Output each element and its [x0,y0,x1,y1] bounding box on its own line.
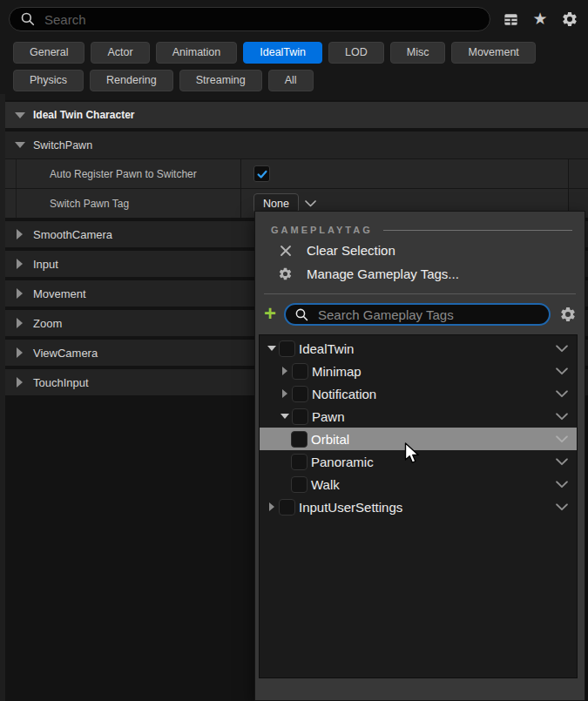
tag-search-input[interactable] [316,307,540,323]
chevron-down-icon[interactable] [556,413,568,421]
collapse-arrow-icon[interactable] [265,346,279,351]
tree-row-notification[interactable]: Notification [260,382,577,405]
tag-label: Panoramic [311,455,556,469]
section-label: Movement [33,287,86,300]
filter-misc[interactable]: Misc [390,42,446,64]
tree-row-inputusersettings[interactable]: InputUserSettings [260,495,577,518]
tag-label: InputUserSettings [299,500,556,515]
details-toolbar: ★ General Actor Animation IdealTwin LOD … [0,0,588,100]
chevron-down-icon[interactable] [556,435,568,443]
filter-movement[interactable]: Movement [451,42,535,64]
search-input[interactable] [43,11,479,28]
section-label: SmoothCamera [33,228,112,241]
collapse-arrow-icon[interactable] [278,414,292,419]
expand-arrow-icon[interactable] [17,377,23,388]
tag-search-bar[interactable] [284,303,551,326]
filter-all[interactable]: All [268,70,314,91]
section-label: Input [33,258,58,271]
chevron-down-icon[interactable] [556,367,568,375]
filter-actor[interactable]: Actor [91,42,149,64]
gear-icon [278,266,293,281]
chevron-down-icon[interactable] [305,200,316,207]
section-label: Zoom [33,317,62,330]
clear-x-icon [278,243,293,258]
tag-tree: IdealTwin Minimap Notification Pawn Orbi… [259,334,578,678]
row-indent [5,159,17,188]
expand-arrow-icon[interactable] [17,318,23,328]
filter-lod[interactable]: LOD [328,42,384,64]
tag-checkbox[interactable] [291,431,308,448]
collapse-arrow-icon[interactable] [15,112,25,118]
tag-checkbox[interactable] [292,363,308,380]
section-label: TouchInput [33,376,89,389]
filter-general[interactable]: General [13,42,84,64]
expand-arrow-icon[interactable] [17,347,23,358]
tag-label: IdealTwin [299,341,556,356]
filter-rendering[interactable]: Rendering [90,70,173,91]
favorites-star-icon[interactable]: ★ [531,10,550,29]
tag-checkbox[interactable] [279,499,295,516]
expand-arrow-icon[interactable] [278,389,292,398]
search-icon [20,11,36,27]
tag-options-gear-icon[interactable] [558,305,578,324]
chevron-down-icon[interactable] [556,345,568,353]
expand-arrow-icon[interactable] [278,367,292,375]
chevron-down-icon[interactable] [556,481,568,489]
display-options-icon[interactable] [501,10,520,29]
search-bar[interactable] [9,7,490,31]
tag-label: Minimap [312,364,556,379]
chevron-down-icon[interactable] [556,390,568,398]
tree-row-panoramic[interactable]: Panoramic [260,450,577,473]
collapse-arrow-icon[interactable] [15,142,25,148]
menu-item-label: Manage Gameplay Tags... [307,266,459,281]
property-label: Switch Pawn Tag [17,189,241,218]
chevron-down-icon[interactable] [556,503,568,511]
gameplay-tag-picker-popup: GAMEPLAYTAG Clear Selection Manage Gamep… [254,211,585,701]
section-label: ViewCamera [33,347,98,360]
menu-clear-selection[interactable]: Clear Selection [255,239,585,262]
category-label: Ideal Twin Character [33,109,134,121]
tag-label: Orbital [311,432,556,447]
expand-arrow-icon[interactable] [17,229,23,239]
row-indent [5,189,17,218]
tree-row-pawn[interactable]: Pawn [260,405,577,428]
add-tag-button[interactable]: + [264,305,276,322]
tree-row-orbital[interactable]: Orbital [260,428,577,450]
filter-animation[interactable]: Animation [156,42,238,64]
section-rule [383,230,572,231]
auto-register-checkbox[interactable] [253,165,270,182]
tag-label: Walk [311,477,556,492]
tag-checkbox[interactable] [279,340,295,357]
tag-checkbox[interactable] [292,408,308,425]
filter-row-1: General Actor Animation IdealTwin LOD Mi… [13,42,579,64]
section-label: SwitchPawn [33,139,92,152]
filter-idealtwin[interactable]: IdealTwin [243,42,322,64]
property-row-auto-register: Auto Register Pawn to Switcher [5,158,588,188]
tag-checkbox[interactable] [291,454,308,470]
settings-gear-icon[interactable] [560,10,579,29]
category-ideal-twin-character[interactable]: Ideal Twin Character [5,102,588,128]
property-label: Auto Register Pawn to Switcher [17,159,241,188]
filter-streaming[interactable]: Streaming [179,70,262,91]
chevron-down-icon[interactable] [556,458,568,466]
filter-physics[interactable]: Physics [13,70,84,91]
tree-row-idealtwin[interactable]: IdealTwin [260,337,577,360]
section-title: GAMEPLAYTAG [271,225,373,235]
menu-manage-gameplay-tags[interactable]: Manage Gameplay Tags... [255,262,585,286]
section-switchpawn[interactable]: SwitchPawn [5,131,588,158]
tag-label: Notification [312,387,556,401]
popup-divider [264,293,576,294]
tag-checkbox[interactable] [291,476,308,493]
tree-row-walk[interactable]: Walk [260,473,577,495]
expand-arrow-icon[interactable] [17,259,23,269]
expand-arrow-icon[interactable] [17,288,23,299]
tag-label: Pawn [312,409,556,424]
row-end-cell [568,159,588,188]
popup-section-header: GAMEPLAYTAG [271,225,572,235]
expand-arrow-icon[interactable] [265,502,279,511]
tag-checkbox[interactable] [292,386,308,402]
filter-row-2: Physics Rendering Streaming All [13,70,579,91]
menu-item-label: Clear Selection [307,243,395,258]
tree-row-minimap[interactable]: Minimap [260,360,577,382]
search-icon [294,307,309,322]
